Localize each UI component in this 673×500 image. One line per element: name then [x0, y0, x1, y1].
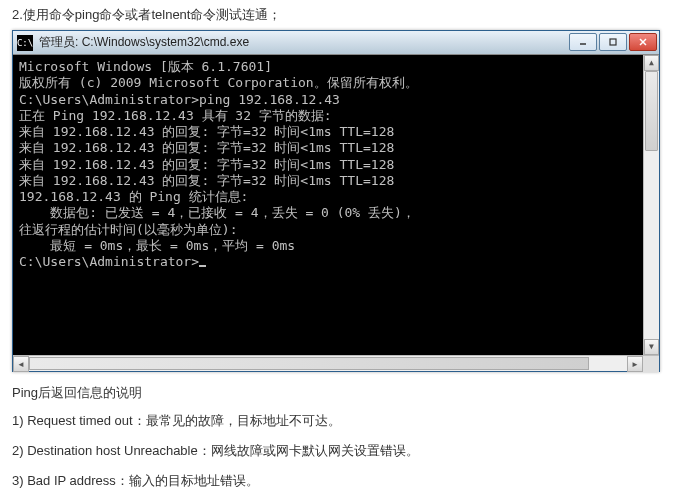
cmd-line: 来自 192.168.12.43 的回复: 字节=32 时间<1ms TTL=1…	[19, 140, 637, 156]
scroll-track-h[interactable]	[29, 356, 627, 371]
scroll-thumb-v[interactable]	[645, 71, 658, 151]
scrollbar-corner	[643, 356, 659, 372]
cmd-line: 往返行程的估计时间(以毫秒为单位):	[19, 222, 637, 238]
cmd-line: 192.168.12.43 的 Ping 统计信息:	[19, 189, 637, 205]
minimize-icon	[579, 38, 587, 46]
scroll-right-button[interactable]: ►	[627, 356, 643, 372]
cmd-line: 来自 192.168.12.43 的回复: 字节=32 时间<1ms TTL=1…	[19, 124, 637, 140]
cmd-line: 来自 192.168.12.43 的回复: 字节=32 时间<1ms TTL=1…	[19, 173, 637, 189]
close-icon	[639, 38, 647, 46]
minimize-button[interactable]	[569, 33, 597, 51]
svg-rect-1	[610, 39, 616, 45]
cmd-prompt-line: C:\Users\Administrator>	[19, 254, 637, 270]
scroll-down-button[interactable]: ▼	[644, 339, 659, 355]
cmd-line: 数据包: 已发送 = 4，已接收 = 4，丢失 = 0 (0% 丢失)，	[19, 205, 637, 221]
note-item: 1) Request timed out：最常见的故障，目标地址不可达。	[12, 412, 661, 430]
cmd-output-area[interactable]: Microsoft Windows [版本 6.1.7601] 版权所有 (c)…	[13, 55, 659, 355]
scroll-track-v[interactable]	[644, 71, 659, 339]
vertical-scrollbar[interactable]: ▲ ▼	[643, 55, 659, 355]
scroll-thumb-h[interactable]	[29, 357, 589, 370]
window-titlebar[interactable]: C:\ 管理员: C:\Windows\system32\cmd.exe	[13, 31, 659, 55]
window-controls	[567, 33, 657, 53]
cmd-line: 来自 192.168.12.43 的回复: 字节=32 时间<1ms TTL=1…	[19, 157, 637, 173]
cmd-line: 正在 Ping 192.168.12.43 具有 32 字节的数据:	[19, 108, 637, 124]
cursor-icon	[199, 265, 206, 267]
cmd-line: Microsoft Windows [版本 6.1.7601]	[19, 59, 637, 75]
cmd-icon: C:\	[17, 35, 33, 51]
scroll-up-button[interactable]: ▲	[644, 55, 659, 71]
horizontal-scrollbar[interactable]: ◄ ►	[13, 355, 659, 371]
instruction-text: 2.使用命令ping命令或者telnent命令测试连通；	[0, 0, 673, 30]
cmd-line: 最短 = 0ms，最长 = 0ms，平均 = 0ms	[19, 238, 637, 254]
scroll-left-button[interactable]: ◄	[13, 356, 29, 372]
cmd-line: C:\Users\Administrator>ping 192.168.12.4…	[19, 92, 637, 108]
notes-title: Ping后返回信息的说明	[12, 384, 661, 402]
cmd-window: C:\ 管理员: C:\Windows\system32\cmd.exe Mic…	[12, 30, 660, 372]
notes-section: Ping后返回信息的说明 1) Request timed out：最常见的故障…	[0, 372, 673, 500]
cmd-line: 版权所有 (c) 2009 Microsoft Corporation。保留所有…	[19, 75, 637, 91]
note-item: 2) Destination host Unreachable：网线故障或网卡默…	[12, 442, 661, 460]
window-title: 管理员: C:\Windows\system32\cmd.exe	[39, 34, 567, 51]
maximize-button[interactable]	[599, 33, 627, 51]
note-item: 3) Bad IP address：输入的目标地址错误。	[12, 472, 661, 490]
maximize-icon	[609, 38, 617, 46]
close-button[interactable]	[629, 33, 657, 51]
